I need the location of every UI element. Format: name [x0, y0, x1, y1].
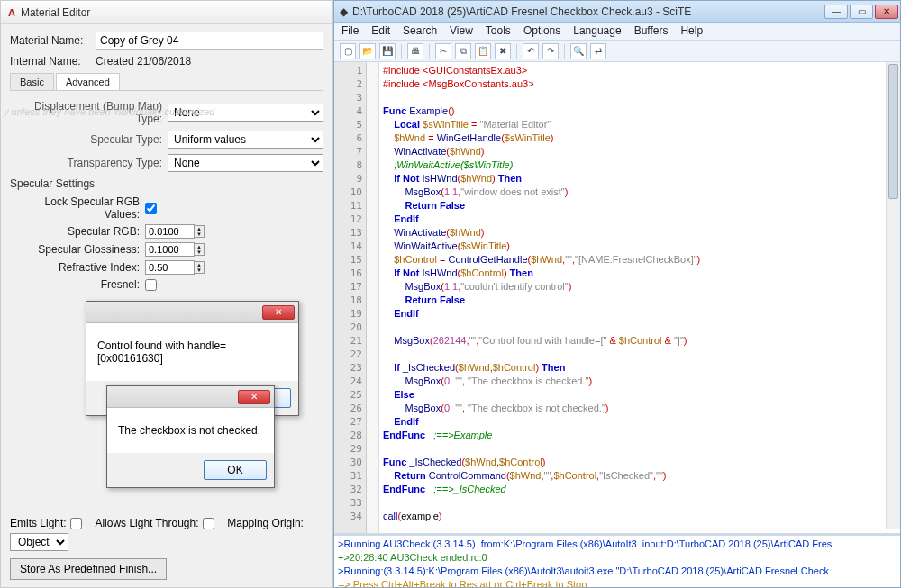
scrollbar-thumb[interactable] — [888, 64, 898, 199]
specular-rgb-input[interactable] — [145, 224, 195, 239]
msgbox2-titlebar[interactable]: ✕ — [107, 386, 274, 408]
specular-rgb-label: Specular RGB: — [10, 225, 145, 238]
transparency-type-label: Transparency Type: — [10, 157, 168, 169]
material-editor-title: Material Editor — [21, 6, 90, 19]
ghost-hint: y unless they have been individually cus… — [4, 106, 214, 117]
menu-language[interactable]: Language — [573, 24, 621, 38]
tab-advanced[interactable]: Advanced — [56, 73, 120, 90]
allows-light-checkbox[interactable] — [203, 518, 214, 529]
specular-type-select[interactable]: Uniform values — [168, 131, 323, 149]
scite-title: D:\TurboCAD 2018 (25)\ArtiCAD Fresnel Ch… — [352, 5, 691, 18]
material-editor-window: A Material Editor y unless they have bee… — [0, 0, 333, 588]
lock-rgb-checkbox[interactable] — [145, 203, 157, 214]
material-editor-titlebar[interactable]: A Material Editor — [1, 1, 332, 24]
material-name-label: Material Name: — [10, 34, 96, 47]
delete-icon[interactable]: ✖ — [495, 43, 511, 59]
print-icon[interactable]: 🖶 — [407, 43, 423, 59]
line-number-gutter: 1 2 3 4 5 6 7 8 9 10 11 12 13 14 15 16 1… — [334, 62, 367, 533]
glossiness-label: Specular Glossiness: — [10, 243, 145, 256]
mapping-origin-select[interactable]: Object — [10, 533, 68, 551]
code-editor[interactable]: #include <GUIConstantsEx.au3> #include <… — [379, 62, 900, 533]
menu-tools[interactable]: Tools — [486, 24, 511, 38]
undo-icon[interactable]: ↶ — [523, 43, 539, 59]
emits-light-label: Emits Light: — [10, 517, 67, 529]
redo-icon[interactable]: ↷ — [542, 43, 559, 59]
maximize-icon[interactable]: ▭ — [850, 5, 873, 19]
msgbox2-ok-button[interactable]: OK — [204, 460, 267, 480]
tab-basic[interactable]: Basic — [10, 73, 54, 90]
replace-icon[interactable]: ⇄ — [590, 43, 606, 59]
find-icon[interactable]: 🔍 — [570, 43, 587, 59]
save-icon[interactable]: 💾 — [379, 43, 396, 59]
new-icon[interactable]: ▢ — [340, 43, 356, 59]
fold-gutter[interactable] — [367, 62, 379, 533]
store-predefined-button[interactable]: Store As Predefined Finish... — [10, 558, 167, 580]
specular-settings-title: Specular Settings — [10, 177, 323, 190]
msgbox2-close-icon[interactable]: ✕ — [238, 390, 270, 404]
open-icon[interactable]: 📂 — [359, 43, 376, 59]
material-name-input[interactable] — [96, 32, 323, 50]
copy-icon[interactable]: ⧉ — [455, 43, 471, 59]
internal-name-label: Internal Name: — [10, 55, 96, 68]
app-icon: A — [8, 7, 15, 18]
fresnel-label: Fresnel: — [10, 278, 145, 291]
msgbox-not-checked: ✕ The checkbox is not checked. OK — [106, 385, 275, 488]
output-pane[interactable]: >Running AU3Check (3.3.14.5) from:K:\Pro… — [334, 533, 900, 587]
menu-help[interactable]: Help — [680, 24, 703, 38]
internal-name-value: Created 21/06/2018 — [96, 55, 191, 68]
msgbox1-text: Control found with handle=[0x00161630] — [86, 323, 298, 381]
editor-area[interactable]: 1 2 3 4 5 6 7 8 9 10 11 12 13 14 15 16 1… — [334, 62, 900, 533]
menu-buffers[interactable]: Buffers — [634, 24, 669, 38]
tabs: Basic Advanced — [10, 73, 323, 91]
lock-rgb-label: Lock Specular RGB Values: — [10, 195, 145, 221]
menu-edit[interactable]: Edit — [371, 24, 390, 38]
allows-light-label: Allows Light Through: — [95, 517, 198, 529]
minimize-icon[interactable]: — — [824, 5, 848, 19]
glossiness-spinner[interactable]: ▲▼ — [195, 243, 205, 256]
refractive-input[interactable] — [145, 260, 195, 275]
refractive-spinner[interactable]: ▲▼ — [195, 261, 205, 274]
refractive-label: Refractive Index: — [10, 261, 145, 274]
fresnel-checkbox[interactable] — [145, 279, 157, 291]
specular-type-label: Specular Type: — [10, 133, 168, 146]
msgbox1-titlebar[interactable]: ✕ — [86, 302, 298, 323]
glossiness-input[interactable] — [145, 242, 195, 257]
vertical-scrollbar[interactable] — [886, 62, 900, 529]
menu-options[interactable]: Options — [523, 24, 560, 38]
msgbox1-close-icon[interactable]: ✕ — [262, 305, 295, 320]
paste-icon[interactable]: 📋 — [475, 43, 491, 59]
menu-file[interactable]: File — [341, 24, 359, 38]
menu-search[interactable]: Search — [403, 24, 437, 38]
window-close-icon[interactable]: ✕ — [875, 5, 898, 19]
scite-window: ◆D:\TurboCAD 2018 (25)\ArtiCAD Fresnel C… — [333, 0, 901, 588]
menu-view[interactable]: View — [450, 24, 473, 38]
cut-icon[interactable]: ✂ — [435, 43, 451, 59]
specular-rgb-spinner[interactable]: ▲▼ — [195, 225, 205, 238]
transparency-type-select[interactable]: None — [168, 154, 323, 172]
scite-app-icon: ◆ — [340, 5, 348, 18]
scite-titlebar[interactable]: ◆D:\TurboCAD 2018 (25)\ArtiCAD Fresnel C… — [334, 1, 900, 23]
msgbox2-text: The checkbox is not checked. — [107, 408, 274, 453]
scite-toolbar: ▢ 📂 💾 🖶 ✂ ⧉ 📋 ✖ ↶ ↷ 🔍 ⇄ — [334, 41, 900, 62]
emits-light-checkbox[interactable] — [70, 518, 82, 529]
mapping-origin-label: Mapping Origin: — [227, 517, 304, 529]
scite-menubar: File Edit Search View Tools Options Lang… — [334, 23, 900, 41]
